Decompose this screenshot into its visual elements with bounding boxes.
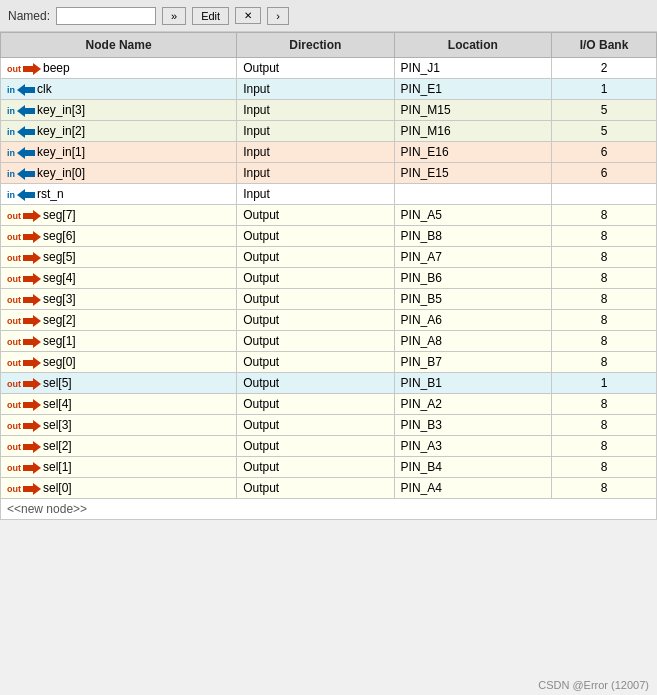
table-row[interactable]: outsel[2]OutputPIN_A38 xyxy=(1,436,657,457)
output-pin-icon: out xyxy=(7,313,43,327)
table-row[interactable]: inrst_nInput xyxy=(1,184,657,205)
node-name-text: key_in[3] xyxy=(37,103,85,117)
output-pin-icon: out xyxy=(7,355,43,369)
node-name-cell: outseg[6] xyxy=(1,226,237,247)
direction-cell: Input xyxy=(237,79,394,100)
node-name-cell: outsel[3] xyxy=(1,415,237,436)
direction-cell: Output xyxy=(237,247,394,268)
node-name-cell: outseg[4] xyxy=(1,268,237,289)
node-name-text: sel[0] xyxy=(43,481,72,495)
svg-marker-6 xyxy=(17,126,25,138)
direction-cell: Output xyxy=(237,268,394,289)
svg-rect-40 xyxy=(23,486,33,492)
table-row[interactable]: outseg[5]OutputPIN_A78 xyxy=(1,247,657,268)
svg-marker-10 xyxy=(17,168,25,180)
new-node-row[interactable]: <<new node>> xyxy=(1,499,657,520)
node-name-cell: inrst_n xyxy=(1,184,237,205)
svg-rect-38 xyxy=(23,465,33,471)
table-row[interactable]: outsel[1]OutputPIN_B48 xyxy=(1,457,657,478)
table-row[interactable]: inkey_in[3]InputPIN_M155 xyxy=(1,100,657,121)
svg-rect-16 xyxy=(23,234,33,240)
svg-marker-37 xyxy=(33,441,41,453)
svg-marker-27 xyxy=(33,336,41,348)
named-label: Named: xyxy=(8,9,50,23)
table-container: Node Name Direction Location I/O Bank ou… xyxy=(0,32,657,695)
node-name-text: sel[2] xyxy=(43,439,72,453)
location-cell: PIN_B5 xyxy=(394,289,551,310)
node-name-text: clk xyxy=(37,82,52,96)
table-row[interactable]: outseg[3]OutputPIN_B58 xyxy=(1,289,657,310)
svg-marker-15 xyxy=(33,210,41,222)
node-name-cell: inkey_in[2] xyxy=(1,121,237,142)
edit-button[interactable]: Edit xyxy=(192,7,229,25)
table-row[interactable]: outbeepOutputPIN_J12 xyxy=(1,58,657,79)
location-cell: PIN_A5 xyxy=(394,205,551,226)
location-cell: PIN_A6 xyxy=(394,310,551,331)
table-row[interactable]: outsel[4]OutputPIN_A28 xyxy=(1,394,657,415)
new-node-cell[interactable]: <<new node>> xyxy=(1,499,657,520)
direction-cell: Output xyxy=(237,394,394,415)
table-row[interactable]: outseg[2]OutputPIN_A68 xyxy=(1,310,657,331)
node-name-cell: outsel[2] xyxy=(1,436,237,457)
svg-rect-30 xyxy=(23,381,33,387)
direction-cell: Output xyxy=(237,205,394,226)
table-row[interactable]: outseg[0]OutputPIN_B78 xyxy=(1,352,657,373)
table-row[interactable]: inkey_in[2]InputPIN_M165 xyxy=(1,121,657,142)
node-name-cell: inkey_in[0] xyxy=(1,163,237,184)
bank-cell: 8 xyxy=(552,289,657,310)
output-pin-icon: out xyxy=(7,481,43,495)
direction-cell: Output xyxy=(237,457,394,478)
node-name-text: seg[7] xyxy=(43,208,76,222)
node-name-text: seg[0] xyxy=(43,355,76,369)
location-cell: PIN_B3 xyxy=(394,415,551,436)
svg-marker-25 xyxy=(33,315,41,327)
table-row[interactable]: inkey_in[1]InputPIN_E166 xyxy=(1,142,657,163)
bank-cell: 8 xyxy=(552,436,657,457)
output-pin-icon: out xyxy=(7,229,43,243)
node-name-cell: inkey_in[3] xyxy=(1,100,237,121)
svg-rect-18 xyxy=(23,255,33,261)
svg-marker-41 xyxy=(33,483,41,495)
svg-rect-20 xyxy=(23,276,33,282)
table-row[interactable]: outseg[7]OutputPIN_A58 xyxy=(1,205,657,226)
table-row[interactable]: outseg[1]OutputPIN_A88 xyxy=(1,331,657,352)
table-row[interactable]: outseg[6]OutputPIN_B88 xyxy=(1,226,657,247)
location-cell: PIN_J1 xyxy=(394,58,551,79)
svg-marker-8 xyxy=(17,147,25,159)
location-cell: PIN_M15 xyxy=(394,100,551,121)
direction-cell: Output xyxy=(237,415,394,436)
table-row[interactable]: outsel[5]OutputPIN_B11 xyxy=(1,373,657,394)
node-name-text: seg[4] xyxy=(43,271,76,285)
direction-cell: Output xyxy=(237,352,394,373)
close-button[interactable]: ✕ xyxy=(235,7,261,24)
input-pin-icon: in xyxy=(7,145,37,159)
direction-cell: Output xyxy=(237,226,394,247)
location-cell: PIN_A8 xyxy=(394,331,551,352)
bank-cell: 8 xyxy=(552,331,657,352)
node-name-text: beep xyxy=(43,61,70,75)
node-name-cell: outseg[5] xyxy=(1,247,237,268)
direction-cell: Input xyxy=(237,163,394,184)
location-cell: PIN_E15 xyxy=(394,163,551,184)
direction-cell: Output xyxy=(237,58,394,79)
named-input[interactable] xyxy=(56,7,156,25)
arrows-button[interactable]: » xyxy=(162,7,186,25)
node-name-text: key_in[0] xyxy=(37,166,85,180)
svg-marker-39 xyxy=(33,462,41,474)
nav-button[interactable]: › xyxy=(267,7,289,25)
node-name-cell: outbeep xyxy=(1,58,237,79)
svg-rect-32 xyxy=(23,402,33,408)
direction-cell: Output xyxy=(237,331,394,352)
location-cell: PIN_A7 xyxy=(394,247,551,268)
node-name-text: sel[4] xyxy=(43,397,72,411)
direction-cell: Output xyxy=(237,289,394,310)
direction-cell: Output xyxy=(237,436,394,457)
node-name-text: seg[5] xyxy=(43,250,76,264)
table-row[interactable]: inkey_in[0]InputPIN_E156 xyxy=(1,163,657,184)
table-row[interactable]: outsel[0]OutputPIN_A48 xyxy=(1,478,657,499)
table-row[interactable]: outseg[4]OutputPIN_B68 xyxy=(1,268,657,289)
table-row[interactable]: inclkInputPIN_E11 xyxy=(1,79,657,100)
node-name-text: seg[2] xyxy=(43,313,76,327)
location-cell: PIN_B8 xyxy=(394,226,551,247)
table-row[interactable]: outsel[3]OutputPIN_B38 xyxy=(1,415,657,436)
